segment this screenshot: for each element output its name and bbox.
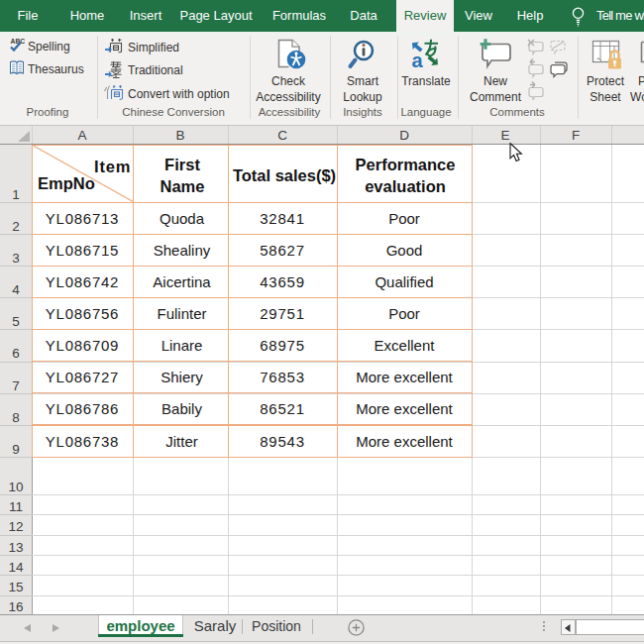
- svg-text:a: a: [412, 50, 424, 68]
- svg-text:ABC: ABC: [11, 38, 26, 45]
